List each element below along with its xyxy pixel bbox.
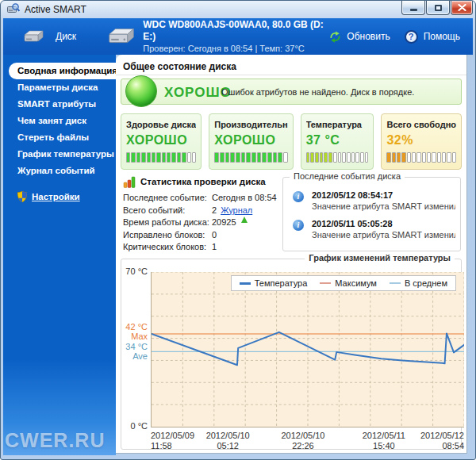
app-icon: [7, 2, 20, 17]
bar-segment: [447, 152, 451, 163]
bar-segment: [131, 152, 135, 163]
sidebar-item-temperature-graph[interactable]: График температуры: [3, 146, 116, 163]
sidebar-item-smart-attributes[interactable]: SMART атрибуты: [3, 96, 116, 113]
minimize-button[interactable]: [401, 1, 425, 15]
legend-item-temperature: Температура: [240, 278, 308, 288]
bar-segment: [306, 152, 310, 163]
x-axis-labels: 2012/05/0911:58 2012/05/1005:12 2012/05/…: [151, 431, 464, 453]
legend-swatch: [390, 282, 401, 284]
stat-row: Исправлено блоков: 0: [123, 229, 280, 242]
y-axis-max-label: 70 °C: [121, 267, 148, 276]
bar-segment: [241, 152, 246, 163]
gauge-free-space: Всего свободно 32%: [381, 113, 462, 170]
disk-menu-button[interactable]: Диск: [3, 26, 84, 47]
sidebar-item-event-log[interactable]: Журнал событий: [3, 163, 116, 179]
event-item[interactable]: i 2012/05/12 08:54:17 Значение атрибута …: [291, 190, 455, 211]
x-tick: 2012/05/1208:54: [420, 431, 464, 451]
health-status-banner: ХОРОШО Ошибок атрибутов не найдено. Диск…: [121, 79, 462, 105]
bar-segment: [267, 152, 272, 163]
bar-chart-icon: [123, 175, 136, 188]
bar-segment: [262, 152, 267, 163]
bar-segment: [167, 152, 171, 163]
bar-segment: [360, 152, 364, 163]
bar-segment: [355, 152, 359, 163]
bar-segment: [437, 152, 441, 163]
settings-label: Настройки: [32, 192, 80, 201]
bar-segment: [192, 152, 196, 163]
gauge-value: ХОРОШО: [214, 133, 287, 148]
bar-segment: [283, 152, 288, 163]
chart-title: График изменений температуры: [305, 253, 455, 263]
page-title: Общее состояние диска: [123, 61, 236, 72]
legend-swatch: [240, 282, 251, 285]
bar-segment: [320, 152, 324, 163]
stat-row: Время работы диска: 20925: [123, 217, 280, 229]
stat-row: Всего событий: 2 Журнал: [123, 205, 280, 217]
close-icon: [458, 4, 466, 11]
stat-value: 2: [212, 205, 217, 217]
stat-label: Последнее событие:: [123, 192, 212, 205]
bar-segment: [214, 152, 219, 163]
refresh-button[interactable]: Обновить: [329, 31, 390, 43]
maximize-button[interactable]: [426, 1, 450, 15]
gauge-temperature: Температура 37 °C: [301, 113, 374, 170]
help-icon: ?: [405, 30, 418, 44]
bar-segment: [427, 152, 431, 163]
event-text: Значение атрибута SMART изменилось: (...: [312, 201, 455, 211]
segment-bar: [386, 152, 456, 163]
window-controls: [401, 1, 473, 15]
bar-segment: [397, 152, 401, 163]
main-content: Общее состояние диска ХОРОШО Ошибок атри…: [116, 55, 467, 454]
stat-label: Исправлено блоков:: [123, 229, 212, 242]
bar-segment: [328, 152, 332, 163]
bar-segment: [386, 152, 390, 163]
help-button[interactable]: ? Помощь: [405, 30, 460, 44]
bar-segment: [333, 152, 337, 163]
bar-segment: [392, 152, 396, 163]
bar-segment: [401, 152, 405, 163]
stat-row: Последнее событие: Сегодня в 08:54: [123, 192, 280, 205]
legend-swatch: [320, 282, 331, 284]
bar-segment: [442, 152, 446, 163]
gauge-value: 37 °C: [306, 133, 369, 148]
sidebar-item-erase-files[interactable]: Стереть файлы: [3, 129, 116, 146]
stat-label: Критических блоков:: [123, 241, 212, 254]
events-panel-title: Последние события диска: [290, 171, 405, 181]
segment-bar: [214, 152, 287, 163]
uac-shield-icon: [17, 191, 27, 202]
stats-title: Статистика проверки диска: [140, 177, 266, 186]
bar-segment: [220, 152, 225, 163]
bar-segment: [171, 152, 175, 163]
bar-segment: [315, 152, 319, 163]
refresh-icon: [329, 31, 341, 43]
window-title: Active SMART: [25, 4, 86, 15]
bar-segment: [177, 152, 181, 163]
gauge-value: ХОРОШО: [126, 133, 196, 148]
sidebar-item-disk-parameters[interactable]: Параметры диска: [3, 79, 116, 96]
bar-segment: [432, 152, 436, 163]
refresh-label: Обновить: [347, 31, 390, 42]
bar-segment: [278, 152, 282, 163]
bar-segment: [338, 152, 342, 163]
event-item[interactable]: i 2012/05/11 05:05:28 Значение атрибута …: [291, 219, 455, 240]
bar-segment: [342, 152, 346, 163]
journal-link[interactable]: Журнал: [221, 205, 252, 217]
bar-segment: [273, 152, 278, 163]
chart-canvas: [152, 272, 464, 427]
toolbar-actions: Обновить ? Помощь: [329, 30, 473, 44]
toolbar: Диск WDC WD800AAJS-00WAA0, 80.0 GB (D: E…: [3, 18, 473, 55]
up-trend-icon: [241, 217, 248, 223]
sidebar-item-disk-usage[interactable]: Чем занят диск: [3, 113, 116, 129]
bar-segment: [251, 152, 256, 163]
close-button[interactable]: [451, 1, 473, 15]
sidebar-item-summary[interactable]: Сводная информация: [9, 63, 116, 79]
gauge-performance: Производительн ХОРОШО: [209, 113, 293, 170]
bar-segment: [452, 152, 456, 163]
sidebar-item-settings[interactable]: Настройки: [17, 191, 80, 202]
title-bar[interactable]: Active SMART: [1, 1, 475, 18]
bar-segment: [412, 152, 416, 163]
disk-icon: [22, 29, 44, 44]
bar-segment: [236, 152, 240, 163]
info-icon: i: [293, 220, 304, 231]
gauge-title: Производительн: [214, 120, 287, 129]
